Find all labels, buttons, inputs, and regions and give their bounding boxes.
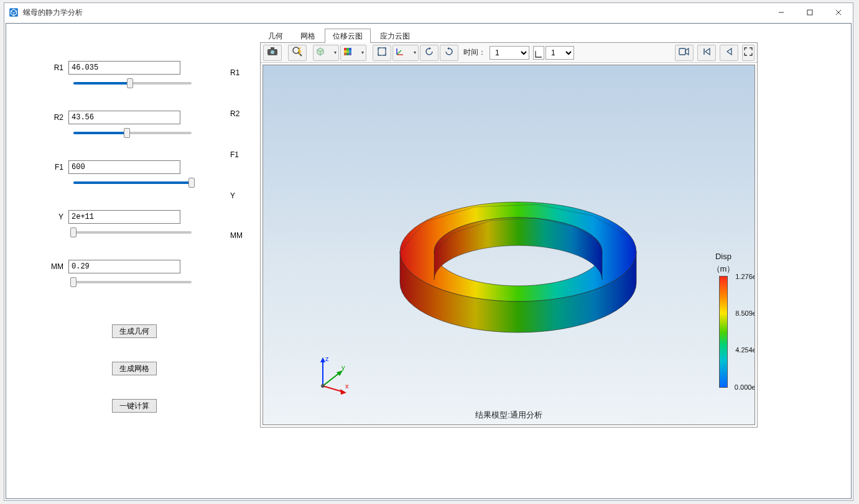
legend-tick-2: 4.254e-04 bbox=[732, 346, 755, 354]
param-label-y: Y bbox=[25, 213, 68, 221]
color-legend: Disp （m） 1.276e-03 8.509e-04 4.254e-04 0… bbox=[699, 252, 748, 388]
close-button[interactable] bbox=[824, 3, 853, 22]
param-label-mm: MM bbox=[25, 262, 68, 271]
axis-x-label: x bbox=[345, 382, 349, 390]
chevron-down-icon: ▾ bbox=[414, 50, 416, 55]
viewport-toolbar: ▾ ▾ ▾ 时间： 1 1 bbox=[261, 43, 757, 63]
tab-geometry[interactable]: 几何 bbox=[260, 29, 291, 43]
tab-stress-contour[interactable]: 应力云图 bbox=[372, 29, 418, 43]
go-first-button[interactable] bbox=[697, 45, 716, 61]
titlebar: 螺母的静力学分析 bbox=[4, 3, 853, 22]
param-label-f1: F1 bbox=[25, 163, 68, 172]
mirror-label-r1: R1 bbox=[230, 68, 239, 77]
viewport-caption: 结果模型:通用分析 bbox=[475, 410, 542, 421]
view-cube-dropdown[interactable]: ▾ bbox=[313, 45, 339, 61]
tabs: 几何 网格 位移云图 应力云图 bbox=[260, 29, 851, 42]
slider-y[interactable] bbox=[73, 227, 192, 237]
param-row-r1: R1 bbox=[25, 61, 249, 75]
slider-f1[interactable] bbox=[73, 178, 192, 188]
video-camera-icon bbox=[679, 47, 690, 58]
mirror-label-mm: MM bbox=[230, 231, 243, 240]
play-back-button[interactable] bbox=[720, 45, 738, 61]
mirror-label-y: Y bbox=[230, 191, 235, 200]
app-icon bbox=[8, 7, 19, 18]
tab-panel: ▾ ▾ ▾ 时间： 1 1 bbox=[260, 42, 758, 428]
axes-orientation-dropdown[interactable]: ▾ bbox=[392, 45, 419, 61]
play-left-icon bbox=[725, 47, 733, 58]
slider-mm[interactable] bbox=[73, 277, 192, 287]
svg-rect-11 bbox=[346, 48, 349, 50]
rotate-cw-button[interactable] bbox=[420, 45, 439, 61]
param-input-f1[interactable] bbox=[68, 160, 180, 174]
record-button[interactable] bbox=[675, 45, 694, 61]
tab-displacement-contour[interactable]: 位移云图 bbox=[325, 29, 371, 43]
legend-tick-0: 1.276e-03 bbox=[732, 273, 755, 280]
chevron-down-icon: ▾ bbox=[334, 50, 337, 55]
fit-view-button[interactable] bbox=[373, 45, 391, 61]
maximize-button[interactable] bbox=[796, 3, 824, 22]
viewport-3d[interactable]: z y x Disp （m） bbox=[262, 65, 755, 425]
svg-rect-18 bbox=[349, 53, 351, 55]
camera-icon bbox=[267, 47, 278, 58]
svg-rect-15 bbox=[349, 50, 351, 53]
axes-icon bbox=[395, 47, 405, 58]
chevron-down-icon: ▾ bbox=[361, 50, 364, 55]
svg-rect-16 bbox=[344, 53, 346, 55]
param-input-r1[interactable] bbox=[68, 61, 180, 75]
param-row-r2: R2 bbox=[25, 111, 249, 124]
axis-triad: z y x bbox=[312, 354, 355, 397]
slider-r1[interactable] bbox=[73, 78, 192, 88]
param-row-mm: MM bbox=[25, 260, 249, 273]
param-label-r1: R1 bbox=[25, 63, 68, 72]
axis-z-label: z bbox=[325, 355, 329, 362]
legend-title-2: （m） bbox=[699, 264, 748, 274]
skip-first-icon bbox=[702, 47, 711, 58]
time-label: 时间： bbox=[463, 47, 486, 58]
tab-mesh[interactable]: 网格 bbox=[292, 29, 323, 43]
compute-button[interactable]: 一键计算 bbox=[112, 399, 157, 413]
svg-rect-14 bbox=[346, 50, 349, 53]
legend-title-1: Disp bbox=[699, 252, 748, 262]
svg-marker-26 bbox=[320, 357, 325, 362]
fit-icon bbox=[377, 47, 387, 58]
colormap-icon bbox=[343, 47, 353, 58]
client-area: R1 R2 F1 Y bbox=[6, 23, 852, 499]
rotate-ccw-button[interactable] bbox=[440, 45, 458, 61]
time-step-select[interactable]: 1 bbox=[546, 46, 574, 60]
fullscreen-icon bbox=[744, 47, 753, 58]
right-angle-icon[interactable] bbox=[533, 46, 544, 60]
snapshot-button[interactable] bbox=[263, 45, 282, 61]
generate-geometry-button[interactable]: 生成几何 bbox=[112, 324, 157, 338]
magnifier-lightning-icon bbox=[292, 46, 303, 59]
svg-marker-30 bbox=[340, 389, 346, 395]
svg-rect-10 bbox=[344, 48, 346, 50]
legend-tick-1: 8.509e-04 bbox=[732, 309, 755, 317]
param-input-y[interactable] bbox=[68, 210, 180, 224]
svg-rect-17 bbox=[346, 53, 349, 55]
mirror-label-r2: R2 bbox=[230, 109, 239, 118]
legend-bar: 1.276e-03 8.509e-04 4.254e-04 0.000e+00 bbox=[719, 276, 728, 388]
rotate-cw-icon bbox=[424, 47, 434, 58]
param-input-mm[interactable] bbox=[68, 260, 180, 273]
model-ring bbox=[381, 140, 655, 339]
axis-y-label: y bbox=[341, 364, 345, 371]
param-label-r2: R2 bbox=[25, 113, 68, 122]
generate-mesh-button[interactable]: 生成网格 bbox=[112, 362, 157, 375]
svg-rect-2 bbox=[807, 10, 812, 15]
param-input-r2[interactable] bbox=[68, 111, 180, 124]
time-select[interactable]: 1 bbox=[490, 46, 529, 60]
window-title: 螺母的静力学分析 bbox=[23, 7, 83, 18]
fullscreen-button[interactable] bbox=[742, 45, 755, 61]
svg-line-22 bbox=[397, 50, 401, 55]
svg-rect-23 bbox=[679, 48, 685, 55]
parameter-panel: R1 R2 F1 Y bbox=[6, 24, 255, 498]
svg-point-6 bbox=[271, 50, 274, 54]
slider-r2[interactable] bbox=[73, 128, 192, 138]
minimize-button[interactable] bbox=[767, 3, 796, 22]
rotate-ccw-icon bbox=[444, 47, 454, 58]
svg-point-31 bbox=[321, 384, 325, 388]
colormap-dropdown[interactable]: ▾ bbox=[340, 45, 366, 61]
param-row-y: Y bbox=[25, 210, 249, 224]
zoom-lightning-button[interactable] bbox=[288, 45, 307, 61]
param-row-f1: F1 bbox=[25, 160, 249, 174]
